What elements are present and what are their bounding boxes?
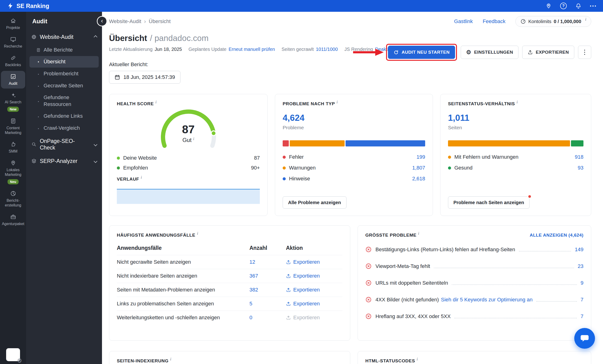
sidebar-item-alle-berichte[interactable]: Alle Berichte bbox=[29, 44, 99, 56]
nav-item-berichterstellung[interactable]: Bericht-erstellung bbox=[1, 188, 25, 210]
issue-label[interactable]: URLs mit doppelten Seitentiteln bbox=[375, 280, 448, 286]
help-icon[interactable] bbox=[560, 3, 567, 9]
issues-by-pages-button[interactable]: Probleme nach Seiten anzeigen bbox=[448, 196, 530, 209]
pages-total-label: Seiten bbox=[448, 125, 583, 130]
nav-item-backlinks[interactable]: Backlinks bbox=[1, 52, 25, 70]
export-link[interactable]: Exportieren bbox=[286, 287, 342, 293]
more-menu-icon[interactable] bbox=[590, 5, 596, 7]
document-icon bbox=[10, 118, 16, 124]
nav-item-label: Content Marketing bbox=[1, 126, 25, 135]
issue-label[interactable]: Bestätigungs-Links (Return-Links) fehlen… bbox=[375, 247, 515, 253]
legend-row: Fehler 199 bbox=[283, 152, 425, 162]
refresh-icon bbox=[393, 50, 399, 55]
show-all-link[interactable]: ALLE ANZEIGEN (4,624) bbox=[530, 233, 583, 238]
issue-count-link[interactable]: 7 bbox=[581, 313, 583, 319]
column-header: Anwendungsfälle bbox=[117, 245, 249, 251]
html-status-codes-card: HTML-STATUSCODES bbox=[358, 351, 591, 364]
sidebar-section-serp-analyzer[interactable]: SERP-Analyzer bbox=[26, 154, 102, 168]
legend-value-link[interactable]: 918 bbox=[575, 154, 583, 160]
nav-item-audit[interactable]: Audit bbox=[1, 71, 25, 89]
count-link[interactable]: 5 bbox=[249, 301, 286, 307]
legend-value-link[interactable]: 199 bbox=[417, 154, 425, 160]
sidebar-section-onpage-seo-check[interactable]: OnPage-SEO-Check bbox=[26, 135, 102, 155]
briefcase-icon bbox=[10, 214, 16, 220]
count-link[interactable]: 367 bbox=[249, 273, 286, 279]
breadcrumb-website-audit[interactable]: Website-Audit bbox=[109, 18, 141, 24]
page-title: Übersicht bbox=[109, 34, 147, 43]
location-pin-icon[interactable] bbox=[545, 3, 552, 9]
crawled-value-link[interactable]: 1011/1000 bbox=[316, 47, 338, 52]
link-icon bbox=[10, 55, 16, 61]
restart-audit-button[interactable]: AUDIT NEU STARTEN bbox=[388, 46, 455, 59]
nav-item-label: Recherche bbox=[4, 44, 22, 49]
keywords-suggestion-link[interactable]: Sieh dir 5 Keywords zur Optimierung an bbox=[441, 297, 533, 303]
nav-item-ai-search[interactable]: AI Search New bbox=[1, 90, 25, 114]
notifications-bell-icon[interactable] bbox=[575, 3, 581, 9]
nav-item-lokales-marketing[interactable]: Lokales Marketing Neu bbox=[1, 157, 25, 187]
feedback-link[interactable]: Feedback bbox=[483, 18, 506, 24]
gastlink-link[interactable]: Gastlink bbox=[454, 18, 473, 24]
nav-item-projekte[interactable]: Projekte bbox=[1, 15, 25, 33]
notification-dot bbox=[528, 194, 532, 198]
legend-value-link[interactable]: 93 bbox=[578, 165, 583, 171]
annotation-highlight-box: AUDIT NEU STARTEN bbox=[386, 44, 457, 61]
sidebar-item-gecrawlte-seiten[interactable]: Gecrawlte Seiten bbox=[29, 80, 99, 91]
export-link[interactable]: Exportieren bbox=[286, 259, 342, 265]
limits-value: 0 / 1,000,000 bbox=[554, 19, 581, 24]
issue-count-link[interactable]: 7 bbox=[581, 297, 583, 303]
upload-icon bbox=[286, 260, 291, 265]
legend-value-link[interactable]: 2,618 bbox=[412, 176, 425, 182]
count-link[interactable]: 12 bbox=[249, 259, 286, 265]
sidebar-section-website-audit[interactable]: Website-Audit bbox=[26, 30, 102, 44]
count-link[interactable]: 382 bbox=[249, 287, 286, 293]
export-link[interactable]: Exportieren bbox=[286, 301, 342, 307]
issue-count-link[interactable]: 9 bbox=[581, 280, 583, 286]
legend-row: Mit Fehlern und Warnungen 918 bbox=[448, 152, 583, 162]
settings-gear-icon[interactable] bbox=[17, 357, 22, 364]
breadcrumb-uebersicht[interactable]: Übersicht bbox=[149, 18, 171, 24]
sidebar-item-gefundene-links[interactable]: Gefundene Links bbox=[29, 110, 99, 122]
scheduled-link[interactable]: Erneut manuell prüfen bbox=[229, 47, 275, 52]
sidebar-item-label: Übersicht bbox=[44, 58, 66, 65]
issue-label[interactable]: Viewport-Meta-Tag fehlt bbox=[375, 263, 430, 269]
monitor-icon bbox=[10, 36, 16, 42]
sidebar-item-problembericht[interactable]: Problembericht bbox=[29, 68, 99, 80]
issue-label[interactable]: Hreflang auf 3XX, 4XX oder 5XX bbox=[375, 313, 451, 319]
card-title: GRÖSSTE PROBLEME bbox=[365, 233, 417, 238]
legend-value-link[interactable]: 1,807 bbox=[412, 165, 425, 171]
report-date-picker[interactable]: 18 Jun, 2025 14:57:39 bbox=[109, 71, 180, 84]
settings-button[interactable]: EINSTELLUNGEN bbox=[461, 46, 519, 59]
sidebar-item-uebersicht[interactable]: Übersicht bbox=[29, 56, 99, 68]
chat-widget-button[interactable] bbox=[574, 328, 595, 349]
show-all-issues-button[interactable]: Alle Probleme anzeigen bbox=[283, 196, 347, 209]
more-options-button[interactable] bbox=[578, 46, 591, 59]
sidebar-item-crawl-vergleich[interactable]: Crawl-Vergleich bbox=[29, 122, 99, 134]
issue-count-link[interactable]: 149 bbox=[575, 247, 583, 253]
sidebar-item-label: Problembericht bbox=[44, 70, 79, 77]
legend-row: Deine Website 87 bbox=[117, 153, 260, 163]
count-link[interactable]: 0 bbox=[249, 315, 286, 321]
thumbs-up-icon bbox=[10, 141, 16, 148]
summary-cards-row: HEALTH SCORE 87 Gut Deine Website 87 bbox=[109, 94, 591, 216]
nav-item-content-marketing[interactable]: Content Marketing bbox=[1, 115, 25, 138]
nav-item-agenturpaket[interactable]: Agenturpaket bbox=[1, 211, 25, 229]
card-title: HTML-STATUSCODES bbox=[365, 358, 415, 363]
account-limits-pill[interactable]: Kontolimits 0 / 1,000,000 bbox=[515, 16, 591, 27]
sidebar-item-label: Gecrawlte Seiten bbox=[44, 82, 83, 89]
nav-item-recherche[interactable]: Recherche bbox=[1, 34, 25, 51]
legend-label: Warnungen bbox=[289, 165, 316, 171]
sidebar-section-label: SERP-Analyzer bbox=[40, 158, 78, 165]
upload-icon bbox=[528, 50, 533, 55]
issue-count-link[interactable]: 23 bbox=[578, 263, 583, 269]
brand[interactable]: SE Ranking bbox=[7, 3, 49, 9]
sidebar-collapse-button[interactable] bbox=[97, 17, 106, 26]
issue-row: Bestätigungs-Links (Return-Links) fehlen… bbox=[365, 241, 583, 258]
use-case-label: Seiten mit Metadaten-Problemen anzeigen bbox=[117, 287, 249, 293]
sidebar-item-gefundene-ressourcen[interactable]: Gefundene Ressourcen bbox=[29, 92, 99, 110]
issue-label[interactable]: 4XX Bilder (nicht gefunden) bbox=[375, 297, 439, 303]
legend-row: Hinweise 2,618 bbox=[283, 173, 425, 184]
export-button[interactable]: EXPORTIEREN bbox=[522, 46, 574, 59]
export-link[interactable]: Exportieren bbox=[286, 273, 342, 279]
leader-line bbox=[454, 318, 577, 318]
nav-item-smm[interactable]: SMM bbox=[1, 139, 25, 156]
